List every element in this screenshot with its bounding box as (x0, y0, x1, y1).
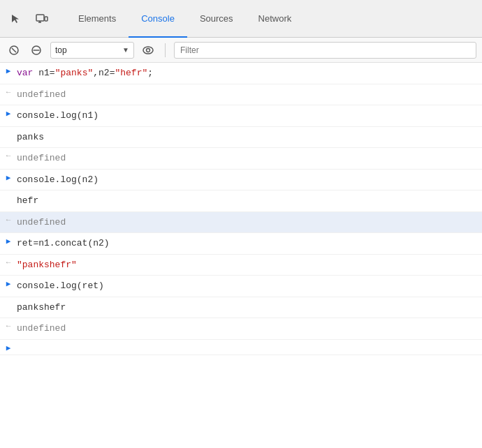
context-selector[interactable]: top ▼ (50, 42, 134, 59)
console-output-text: pankshefr (17, 299, 482, 316)
console-row: ▶ ret=n1.concat(n2) (0, 233, 482, 255)
return-arrow: ← (0, 87, 17, 96)
expand-arrow[interactable]: ▶ (0, 235, 17, 246)
console-row: panks (0, 127, 482, 149)
block-icon[interactable] (28, 42, 45, 59)
return-arrow: ← (0, 214, 17, 224)
console-row: ▶ var n1="panks",n2="hefr"; (0, 63, 482, 84)
console-prompt[interactable] (17, 342, 482, 345)
console-row: ▶ console.log(n2) (0, 170, 482, 191)
context-label: top (55, 45, 119, 55)
svg-point-9 (147, 48, 150, 52)
dropdown-arrow-icon: ▼ (122, 46, 129, 54)
console-prompt-row: ▶ (0, 340, 482, 355)
console-code: console.log(ret) (17, 278, 482, 294)
console-row: ← "pankshefr" (0, 255, 482, 276)
console-code: ret=n1.concat(n2) (17, 235, 482, 252)
console-result: undefined (17, 320, 482, 337)
svg-point-8 (143, 47, 153, 54)
console-output-text: panks (17, 129, 482, 146)
console-code: console.log(n2) (17, 172, 482, 188)
expand-arrow[interactable]: ▶ (0, 172, 17, 182)
console-row: ← undefined (0, 84, 482, 106)
console-toolbar: top ▼ (0, 38, 482, 63)
console-row: ← undefined (0, 148, 482, 170)
svg-rect-0 (36, 15, 44, 21)
expand-arrow[interactable]: ▶ (0, 65, 17, 75)
console-row-highlighted: ← undefined (0, 212, 482, 234)
expand-arrow[interactable]: ▶ (0, 107, 17, 118)
svg-rect-1 (45, 17, 48, 21)
device-icon[interactable] (32, 9, 52, 29)
no-arrow (0, 193, 17, 194)
console-code: console.log(n1) (17, 107, 482, 124)
filter-input[interactable] (174, 42, 476, 59)
toolbar-divider (165, 43, 166, 57)
console-row: ▶ console.log(n1) (0, 105, 482, 127)
tab-sources[interactable]: Sources (187, 0, 246, 38)
prompt-arrow: ▶ (0, 342, 17, 352)
tab-console[interactable]: Console (129, 0, 187, 38)
expand-arrow[interactable]: ▶ (0, 278, 17, 288)
tab-network[interactable]: Network (246, 0, 305, 38)
return-arrow: ← (0, 320, 17, 330)
console-result: undefined (17, 87, 482, 103)
return-arrow: ← (0, 150, 17, 160)
cursor-icon[interactable] (6, 9, 25, 29)
no-arrow (0, 129, 17, 130)
svg-line-5 (12, 48, 16, 52)
no-arrow (0, 299, 17, 301)
clear-console-icon[interactable] (6, 42, 22, 59)
console-result: undefined (17, 150, 482, 167)
return-arrow: ← (0, 257, 17, 267)
console-result: undefined (17, 214, 482, 231)
tab-elements[interactable]: Elements (66, 0, 129, 38)
eye-icon[interactable] (140, 42, 156, 59)
console-row: pankshefr (0, 297, 482, 319)
console-output-text: hefr (17, 193, 482, 209)
console-code: var n1="panks",n2="hefr"; (17, 65, 482, 82)
tab-bar: Elements Console Sources Network (0, 0, 482, 38)
console-result: "pankshefr" (17, 257, 482, 274)
console-row: ← undefined (0, 318, 482, 340)
devtools-icons (6, 9, 52, 29)
console-row: ▶ console.log(ret) (0, 276, 482, 297)
console-row: hefr (0, 191, 482, 212)
console-output: ▶ var n1="panks",n2="hefr"; ← undefined … (0, 63, 482, 448)
